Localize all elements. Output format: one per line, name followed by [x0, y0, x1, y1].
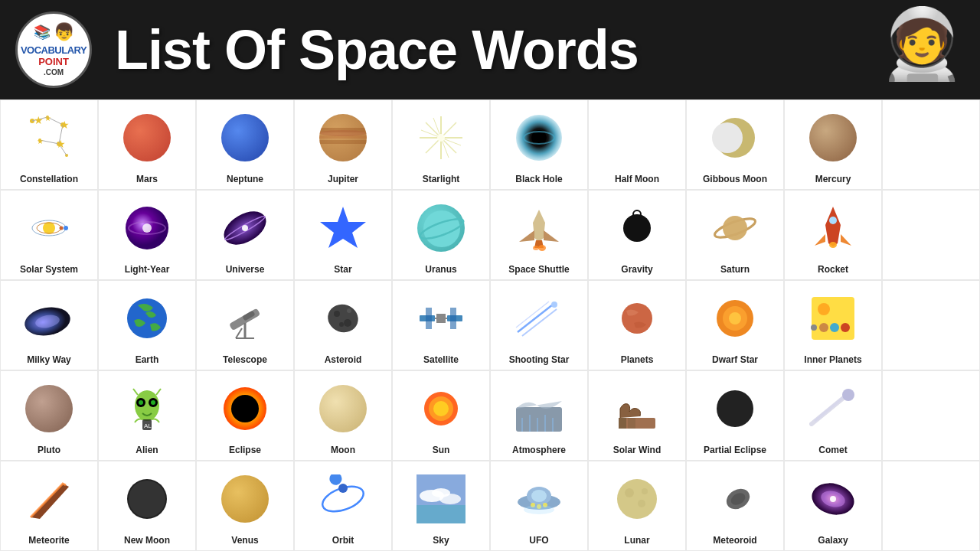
- svg-rect-70: [450, 308, 456, 329]
- list-item: Solar Wind: [588, 370, 686, 461]
- svg-rect-107: [628, 418, 635, 429]
- svg-point-22: [437, 134, 445, 142]
- svg-point-131: [638, 500, 645, 507]
- svg-point-83: [811, 324, 817, 331]
- svg-point-130: [625, 488, 634, 497]
- list-item: Meteorite: [0, 461, 98, 551]
- shootingstar-icon: [492, 284, 586, 353]
- list-item: Universe: [196, 190, 294, 280]
- item-label: Lunar: [624, 535, 649, 546]
- item-label: Sun: [433, 445, 450, 455]
- svg-rect-118: [416, 505, 466, 523]
- lightyear-icon: [100, 194, 194, 262]
- svg-line-71: [518, 305, 553, 332]
- item-label: Rocket: [818, 264, 848, 275]
- item-label: Solar Wind: [613, 445, 662, 455]
- item-label: Telescope: [223, 354, 267, 365]
- list-item: Moon: [294, 370, 392, 461]
- item-label: Earth: [136, 354, 159, 365]
- item-label: Constellation: [20, 174, 78, 184]
- list-item: Inner Planets: [784, 280, 882, 370]
- gibbousmoon-icon: [688, 103, 782, 172]
- satellite-icon: [394, 284, 488, 353]
- svg-line-91: [156, 389, 161, 395]
- comet-icon: [786, 374, 880, 443]
- list-item: Dwarf Star: [686, 280, 784, 370]
- list-item: Eclipse: [196, 370, 294, 461]
- item-label: Alien: [136, 445, 158, 455]
- solarwind-icon: [590, 374, 684, 443]
- item-label: Satellite: [423, 354, 459, 365]
- pluto-icon: [2, 374, 96, 443]
- astronaut-icon: 🧑‍🚀: [879, 4, 965, 84]
- list-item: [882, 370, 980, 461]
- list-item: Mars: [98, 99, 196, 190]
- mars-icon: [100, 103, 194, 172]
- lunar-icon: [590, 465, 684, 533]
- item-label: New Moon: [124, 535, 170, 546]
- list-item: UFO: [490, 461, 588, 551]
- galaxy-icon: [786, 465, 880, 533]
- svg-text:ALIEN: ALIEN: [144, 422, 162, 429]
- milkyway-icon: [2, 284, 96, 353]
- rocket-icon: [786, 194, 880, 262]
- list-item: Galaxy: [784, 461, 882, 551]
- svg-point-129: [617, 479, 657, 519]
- meteorite-icon: [2, 465, 96, 533]
- svg-text:★: ★: [60, 119, 70, 131]
- svg-point-89: [151, 400, 155, 405]
- list-item: Venus: [196, 461, 294, 551]
- dwarfstar-icon: [688, 284, 782, 353]
- item-label: Star: [334, 264, 351, 275]
- svg-point-124: [531, 490, 547, 502]
- solarsystem-icon: [2, 194, 96, 262]
- svg-point-30: [64, 226, 68, 230]
- list-item: Telescope: [196, 280, 294, 370]
- eclipse-icon: [198, 374, 292, 443]
- svg-point-132: [642, 488, 648, 494]
- list-item: Asteroid: [294, 280, 392, 370]
- list-item: ★ ★ ★ ★ ★ Constellation: [0, 99, 98, 190]
- item-label: Milky Way: [27, 354, 71, 365]
- item-label: Galaxy: [818, 535, 848, 546]
- svg-point-32: [60, 226, 64, 230]
- svg-point-50: [829, 242, 837, 248]
- asteroid-icon: [296, 284, 390, 353]
- svg-point-62: [344, 319, 351, 327]
- meteoroid-icon: [688, 465, 782, 533]
- svg-point-75: [622, 303, 652, 334]
- item-label: Half Moon: [615, 174, 659, 184]
- svg-rect-79: [812, 297, 854, 340]
- svg-point-43: [533, 246, 539, 250]
- planets-icon: [590, 284, 684, 353]
- svg-point-28: [43, 222, 55, 234]
- svg-line-90: [133, 389, 138, 395]
- svg-line-72: [522, 309, 557, 336]
- svg-point-27: [712, 122, 743, 153]
- sun-icon: [394, 374, 488, 443]
- item-label: Light-Year: [125, 264, 170, 275]
- svg-point-98: [433, 401, 449, 416]
- svg-marker-39: [320, 207, 366, 248]
- item-label: Asteroid: [325, 354, 362, 365]
- svg-rect-69: [426, 308, 432, 329]
- logo: 📚 👦 VOCABULARY POINT .COM: [15, 11, 92, 88]
- item-label: Space Shuttle: [508, 264, 569, 275]
- svg-text:★: ★: [34, 114, 44, 126]
- blackhole-icon: [492, 103, 586, 172]
- svg-text:★: ★: [37, 137, 44, 145]
- venus-icon: [198, 465, 292, 533]
- list-item: Space Shuttle: [490, 190, 588, 280]
- svg-point-108: [717, 390, 753, 427]
- ufo-icon: [492, 465, 586, 533]
- list-item: Satellite: [392, 280, 490, 370]
- item-label: Pluto: [38, 445, 60, 455]
- svg-point-80: [819, 323, 828, 332]
- item-label: Venus: [231, 535, 258, 546]
- halfmoon-icon: [590, 103, 684, 172]
- item-label: Partial Eclipse: [704, 445, 766, 455]
- list-item: Black Hole: [490, 99, 588, 190]
- svg-point-63: [339, 322, 344, 327]
- svg-point-78: [729, 312, 741, 324]
- item-label: Orbit: [332, 535, 354, 546]
